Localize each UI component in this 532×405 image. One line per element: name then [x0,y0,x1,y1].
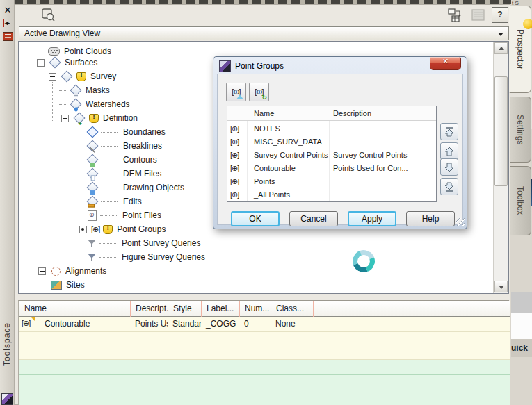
tab-settings-label: Settings [515,115,525,144]
move-up-button[interactable] [440,142,458,160]
column-header-classification[interactable]: Class... [271,301,313,317]
table-row-contourable[interactable]: Contourable Points Use Standar _COGG 0 N… [19,317,510,332]
list-item[interactable]: Contourable Points Used for Con... [227,162,436,175]
column-header-label[interactable]: Label... [201,301,239,317]
help-button[interactable]: Help [406,211,455,226]
column-header-number[interactable]: Num... [239,301,271,317]
column-header-description[interactable]: Descript... [130,301,168,317]
cell-label-style[interactable]: _COGG [201,317,239,331]
tree-connector-dots [101,146,118,147]
tab-toolbox[interactable]: Toolbox [510,166,531,235]
tree-item-label: Point Survey Queries [119,238,203,249]
toolspace-window: { "left_bar": { "title": "Toolspace" }, … [0,0,532,405]
tree-item-label: DEM Files [120,168,164,179]
cell-classification[interactable]: None [271,317,313,331]
list-column-name[interactable]: Name [254,106,274,120]
view-selector-value: Active Drawing View [24,28,100,38]
tree-item-label: Point Clouds [61,46,114,57]
modified-flag-icon [31,317,35,321]
tree-item-sites[interactable]: Sites [19,278,493,292]
dialog-title-bar[interactable]: Point Groups [219,60,284,72]
surface-icon [61,71,73,83]
tree-connector-dots [100,215,117,216]
tree-item-label: Contours [120,154,160,165]
figure-survey-query-icon [88,253,96,262]
expand-toggle-icon[interactable] [79,226,87,233]
masks-icon [70,85,82,97]
close-palette-icon[interactable]: ✕ [3,6,13,15]
item-view-orientation-icon[interactable] [447,8,464,25]
warning-icon [103,225,113,234]
table-row-empty [19,390,510,405]
scroll-down-icon[interactable] [494,281,508,292]
list-item-name: MISC_SURV_DATA [254,135,322,149]
collapse-toggle-icon[interactable] [37,59,45,67]
refresh-overlay-icon: ↻ [261,94,267,101]
warning-icon [76,72,86,81]
help-button[interactable]: ? [492,7,508,23]
ok-button[interactable]: OK [231,211,280,226]
point-group-icon [230,164,239,173]
resize-grip[interactable] [456,218,465,226]
tree-item-figure-survey-queries[interactable]: Figure Survey Queries [19,250,493,264]
move-to-top-button[interactable] [440,123,458,140]
list-item-description: Survey Control Points [333,149,407,162]
point-clouds-icon [48,47,60,56]
arrow-up-bar-icon [444,127,454,137]
new-point-group-button[interactable] [226,83,246,101]
tree-connector-dots [101,188,118,188]
background-sliver [511,292,532,313]
point-groups-icon [91,225,99,234]
tree-item-label: Figure Survey Queries [119,251,208,263]
cell-number[interactable]: 0 [239,317,271,331]
tree-item-alignments[interactable]: Alignments [19,264,493,278]
dialog-close-button[interactable]: ✕ [430,57,461,70]
list-item-name: Points [254,175,275,188]
tree-item-label: Watersheds [83,99,133,110]
cell-name[interactable]: Contourable [40,317,130,331]
apply-button[interactable]: Apply [348,211,396,226]
background-smiley-fragment [523,19,532,29]
breaklines-icon [87,140,99,152]
tree-scrollbar[interactable] [493,42,508,293]
tree-item-label: Surfaces [62,57,100,68]
civil3d-app-icon [1,393,13,405]
view-selector-dropdown[interactable]: Active Drawing View [19,26,509,40]
cell-style[interactable]: Standar [168,317,201,331]
update-point-groups-button[interactable]: ↻ [249,83,269,101]
move-to-bottom-button[interactable] [440,178,458,195]
cancel-button[interactable]: Cancel [289,211,338,226]
list-item[interactable]: Points [227,175,436,188]
point-group-icon [230,151,239,160]
definition-icon [74,113,86,124]
list-item-name: Survey Control Points [254,149,328,162]
watersheds-icon [70,99,82,110]
list-item[interactable]: NOTES [227,122,436,135]
expand-toggle-icon[interactable] [38,267,46,275]
collapse-toggle-icon[interactable] [49,73,56,81]
scrollbar-thumb[interactable] [494,76,508,186]
table-row-empty [19,360,510,375]
table-row-empty [19,375,510,390]
tree-item-point-survey-queries[interactable]: Point Survey Queries [19,236,493,250]
list-column-description[interactable]: Description [333,106,371,120]
tree-connector-dots [101,174,118,174]
column-header-name[interactable]: Name [19,301,130,317]
point-groups-list[interactable]: Name Description NOTES MISC_SURV_DATA Su… [227,106,437,202]
auto-hide-icon[interactable]: ◂▸ [1,19,13,28]
list-item[interactable]: _All Points [227,188,436,201]
scroll-up-icon[interactable] [494,42,508,54]
list-item[interactable]: MISC_SURV_DATA [227,135,436,149]
tab-settings[interactable]: Settings [510,97,531,163]
collapse-toggle-icon[interactable] [61,115,69,122]
column-header-style[interactable]: Style [168,301,201,317]
tree-item-label: Boundaries [120,126,168,138]
edits-icon [87,196,99,208]
palette-properties-icon[interactable] [3,32,13,41]
preview-toggle-icon[interactable] [41,8,58,25]
list-item[interactable]: Survey Control Points Survey Control Poi… [227,149,436,162]
table-header-row: Name Descript... Style Label... Num... C… [19,301,510,317]
tree-connector-dots [59,90,66,91]
cell-description[interactable]: Points Use [130,317,168,331]
move-down-button[interactable] [440,158,458,176]
